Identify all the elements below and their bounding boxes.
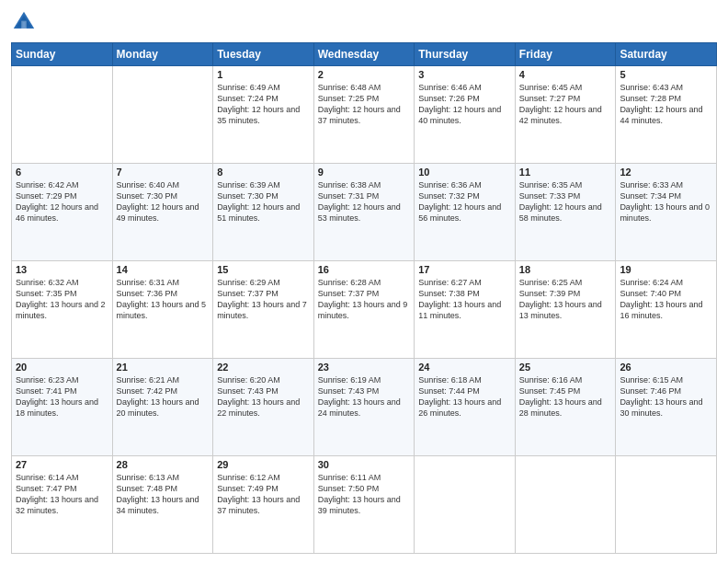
weekday-header-friday: Friday [515, 43, 616, 66]
calendar-cell: 22Sunrise: 6:20 AM Sunset: 7:43 PM Dayli… [213, 359, 314, 456]
day-number: 1 [217, 69, 310, 80]
day-number: 20 [16, 362, 108, 373]
day-number: 25 [519, 362, 612, 373]
day-number: 9 [318, 167, 411, 178]
weekday-header-saturday: Saturday [616, 43, 717, 66]
calendar-cell: 10Sunrise: 6:36 AM Sunset: 7:32 PM Dayli… [415, 164, 516, 261]
day-number: 2 [318, 69, 411, 80]
header [11, 9, 717, 35]
day-number: 26 [620, 362, 712, 373]
calendar-week-4: 20Sunrise: 6:23 AM Sunset: 7:41 PM Dayli… [12, 359, 717, 456]
calendar-week-1: 1Sunrise: 6:49 AM Sunset: 7:24 PM Daylig… [12, 66, 717, 164]
calendar-cell: 29Sunrise: 6:12 AM Sunset: 7:49 PM Dayli… [213, 456, 314, 554]
calendar-week-2: 6Sunrise: 6:42 AM Sunset: 7:29 PM Daylig… [12, 164, 717, 261]
day-number: 28 [117, 459, 210, 470]
day-number: 6 [16, 167, 108, 178]
calendar-cell: 16Sunrise: 6:28 AM Sunset: 7:37 PM Dayli… [313, 261, 415, 359]
day-number: 16 [318, 264, 411, 275]
calendar-cell: 21Sunrise: 6:21 AM Sunset: 7:42 PM Dayli… [112, 359, 213, 456]
weekday-header-tuesday: Tuesday [213, 43, 314, 66]
day-number: 30 [318, 459, 411, 470]
day-number: 5 [620, 69, 712, 80]
day-info: Sunrise: 6:40 AM Sunset: 7:30 PM Dayligh… [117, 179, 210, 224]
calendar-cell [616, 456, 717, 554]
logo [11, 9, 40, 35]
calendar-cell [515, 456, 616, 554]
calendar-cell: 1Sunrise: 6:49 AM Sunset: 7:24 PM Daylig… [213, 66, 314, 164]
day-info: Sunrise: 6:20 AM Sunset: 7:43 PM Dayligh… [217, 374, 310, 419]
day-info: Sunrise: 6:48 AM Sunset: 7:25 PM Dayligh… [318, 82, 411, 127]
calendar-cell [415, 456, 516, 554]
page: SundayMondayTuesdayWednesdayThursdayFrid… [0, 0, 728, 563]
day-number: 29 [217, 459, 310, 470]
day-number: 3 [418, 69, 511, 80]
svg-rect-2 [21, 21, 27, 29]
day-number: 17 [418, 264, 511, 275]
day-info: Sunrise: 6:21 AM Sunset: 7:42 PM Dayligh… [117, 374, 210, 419]
calendar-cell: 11Sunrise: 6:35 AM Sunset: 7:33 PM Dayli… [515, 164, 616, 261]
calendar-cell: 5Sunrise: 6:43 AM Sunset: 7:28 PM Daylig… [616, 66, 717, 164]
calendar-week-3: 13Sunrise: 6:32 AM Sunset: 7:35 PM Dayli… [12, 261, 717, 359]
day-info: Sunrise: 6:24 AM Sunset: 7:40 PM Dayligh… [620, 277, 712, 322]
day-number: 10 [418, 167, 511, 178]
day-info: Sunrise: 6:18 AM Sunset: 7:44 PM Dayligh… [418, 374, 511, 419]
day-number: 15 [217, 264, 310, 275]
calendar-cell: 3Sunrise: 6:46 AM Sunset: 7:26 PM Daylig… [415, 66, 516, 164]
day-info: Sunrise: 6:16 AM Sunset: 7:45 PM Dayligh… [519, 374, 612, 419]
calendar-cell: 20Sunrise: 6:23 AM Sunset: 7:41 PM Dayli… [12, 359, 113, 456]
calendar-cell: 6Sunrise: 6:42 AM Sunset: 7:29 PM Daylig… [12, 164, 113, 261]
day-info: Sunrise: 6:19 AM Sunset: 7:43 PM Dayligh… [318, 374, 411, 419]
day-info: Sunrise: 6:28 AM Sunset: 7:37 PM Dayligh… [318, 277, 411, 322]
calendar-cell: 9Sunrise: 6:38 AM Sunset: 7:31 PM Daylig… [313, 164, 415, 261]
day-info: Sunrise: 6:15 AM Sunset: 7:46 PM Dayligh… [620, 374, 712, 419]
day-number: 12 [620, 167, 712, 178]
calendar-cell: 18Sunrise: 6:25 AM Sunset: 7:39 PM Dayli… [515, 261, 616, 359]
day-info: Sunrise: 6:11 AM Sunset: 7:50 PM Dayligh… [318, 472, 411, 517]
calendar-cell: 14Sunrise: 6:31 AM Sunset: 7:36 PM Dayli… [112, 261, 213, 359]
day-number: 27 [16, 459, 108, 470]
day-info: Sunrise: 6:14 AM Sunset: 7:47 PM Dayligh… [16, 472, 108, 517]
weekday-header-wednesday: Wednesday [313, 43, 415, 66]
day-info: Sunrise: 6:38 AM Sunset: 7:31 PM Dayligh… [318, 179, 411, 224]
day-number: 7 [117, 167, 210, 178]
weekday-header-sunday: Sunday [12, 43, 113, 66]
day-number: 13 [16, 264, 108, 275]
day-info: Sunrise: 6:25 AM Sunset: 7:39 PM Dayligh… [519, 277, 612, 322]
day-number: 22 [217, 362, 310, 373]
calendar-cell: 15Sunrise: 6:29 AM Sunset: 7:37 PM Dayli… [213, 261, 314, 359]
day-info: Sunrise: 6:45 AM Sunset: 7:27 PM Dayligh… [519, 82, 612, 127]
calendar-cell: 19Sunrise: 6:24 AM Sunset: 7:40 PM Dayli… [616, 261, 717, 359]
day-number: 4 [519, 69, 612, 80]
calendar-cell: 8Sunrise: 6:39 AM Sunset: 7:30 PM Daylig… [213, 164, 314, 261]
day-number: 18 [519, 264, 612, 275]
calendar-week-5: 27Sunrise: 6:14 AM Sunset: 7:47 PM Dayli… [12, 456, 717, 554]
calendar-cell: 27Sunrise: 6:14 AM Sunset: 7:47 PM Dayli… [12, 456, 113, 554]
day-number: 21 [117, 362, 210, 373]
day-number: 19 [620, 264, 712, 275]
calendar-cell: 23Sunrise: 6:19 AM Sunset: 7:43 PM Dayli… [313, 359, 415, 456]
calendar-cell: 25Sunrise: 6:16 AM Sunset: 7:45 PM Dayli… [515, 359, 616, 456]
weekday-header-monday: Monday [112, 43, 213, 66]
day-number: 11 [519, 167, 612, 178]
day-info: Sunrise: 6:32 AM Sunset: 7:35 PM Dayligh… [16, 277, 108, 322]
weekday-header-row: SundayMondayTuesdayWednesdayThursdayFrid… [12, 43, 717, 66]
calendar-cell: 7Sunrise: 6:40 AM Sunset: 7:30 PM Daylig… [112, 164, 213, 261]
day-info: Sunrise: 6:27 AM Sunset: 7:38 PM Dayligh… [418, 277, 511, 322]
day-info: Sunrise: 6:13 AM Sunset: 7:48 PM Dayligh… [117, 472, 210, 517]
day-info: Sunrise: 6:49 AM Sunset: 7:24 PM Dayligh… [217, 82, 310, 127]
day-number: 8 [217, 167, 310, 178]
calendar-cell: 30Sunrise: 6:11 AM Sunset: 7:50 PM Dayli… [313, 456, 415, 554]
calendar-cell: 12Sunrise: 6:33 AM Sunset: 7:34 PM Dayli… [616, 164, 717, 261]
calendar-cell: 28Sunrise: 6:13 AM Sunset: 7:48 PM Dayli… [112, 456, 213, 554]
calendar-cell: 2Sunrise: 6:48 AM Sunset: 7:25 PM Daylig… [313, 66, 415, 164]
day-number: 24 [418, 362, 511, 373]
day-info: Sunrise: 6:31 AM Sunset: 7:36 PM Dayligh… [117, 277, 210, 322]
day-info: Sunrise: 6:42 AM Sunset: 7:29 PM Dayligh… [16, 179, 108, 224]
calendar-cell: 4Sunrise: 6:45 AM Sunset: 7:27 PM Daylig… [515, 66, 616, 164]
calendar-cell: 13Sunrise: 6:32 AM Sunset: 7:35 PM Dayli… [12, 261, 113, 359]
day-info: Sunrise: 6:12 AM Sunset: 7:49 PM Dayligh… [217, 472, 310, 517]
day-info: Sunrise: 6:39 AM Sunset: 7:30 PM Dayligh… [217, 179, 310, 224]
day-number: 23 [318, 362, 411, 373]
day-info: Sunrise: 6:43 AM Sunset: 7:28 PM Dayligh… [620, 82, 712, 127]
calendar-table: SundayMondayTuesdayWednesdayThursdayFrid… [11, 42, 717, 554]
